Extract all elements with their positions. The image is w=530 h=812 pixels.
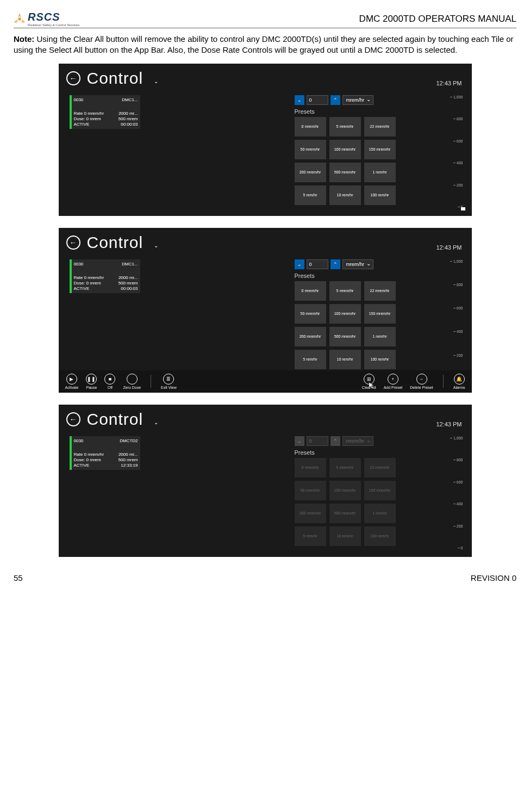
preset-button: 22 mrem/hr xyxy=(364,458,396,478)
preset-button[interactable]: 200 mrem/hr xyxy=(295,163,326,182)
note-text: Using the Clear All button will remove t… xyxy=(14,34,514,54)
preset-button[interactable]: 0 mrem/hr xyxy=(295,281,326,301)
app-bar: ▶Activate ❚❚Pause ■Off Zero Dose ≣Exit V… xyxy=(59,370,472,393)
page-title: Control xyxy=(87,233,144,252)
step-up-button[interactable]: ⌃ xyxy=(331,259,340,269)
back-button[interactable]: ← xyxy=(66,235,80,250)
dose-rate-controls-disabled: ⌄ 0 ⌃ mrem/hr Presets 0 mrem/hr 5 mrem/h… xyxy=(295,436,436,550)
note-paragraph: Note: Using the Clear All button will re… xyxy=(14,34,516,56)
unit-select[interactable]: mrem/hr xyxy=(342,259,374,269)
preset-grid: 0 mrem/hr 5 mrem/hr 22 mrem/hr 50 mrem/h… xyxy=(295,458,436,546)
page-title: Control xyxy=(87,410,144,429)
document-footer: 55 REVISION 0 xyxy=(14,573,516,582)
unit-select[interactable]: mrem/hr xyxy=(342,95,374,105)
device-tile[interactable]: 0030DMCTD2 Rate 0 mrem/hr2000 mr... Dose… xyxy=(70,436,140,470)
rate-value: 0 xyxy=(307,436,328,446)
preset-button[interactable]: 1 rem/hr xyxy=(364,163,396,182)
preset-button: 5 mrem/hr xyxy=(329,458,361,478)
preset-button[interactable]: 100 mrem/hr xyxy=(329,304,361,324)
preset-button[interactable]: 5 mrem/hr xyxy=(329,281,361,301)
preset-button[interactable]: 5 mrem/hr xyxy=(329,117,361,137)
preset-button[interactable]: 200 mrem/hr xyxy=(295,327,326,346)
clear-all-button[interactable]: ⊞Clear All xyxy=(362,374,376,389)
preset-button[interactable]: 500 mrem/hr xyxy=(329,163,361,182)
chevron-down-icon[interactable]: ⌄ xyxy=(154,419,158,425)
dose-rate-controls: ⌄ 0 ⌃ mrem/hr Presets 0 mrem/hr 5 mrem/h… xyxy=(295,259,436,369)
rate-value[interactable]: 0 xyxy=(307,259,328,269)
logo-subtitle: Radiation Safety & Control Services xyxy=(28,23,79,27)
revision: REVISION 0 xyxy=(471,573,516,582)
preset-button[interactable]: 10 rem/hr xyxy=(329,350,361,369)
preset-button[interactable]: 1 rem/hr xyxy=(364,327,396,346)
preset-button: 100 rem/hr xyxy=(364,526,396,546)
step-down-button[interactable]: ⌄ xyxy=(295,95,304,105)
device-tile[interactable]: 0030DMC1... Rate 0 mrem/hr2000 mr... Dos… xyxy=(70,95,140,129)
preset-button[interactable]: 0 mrem/hr xyxy=(295,117,326,137)
preset-button[interactable]: 22 mrem/hr xyxy=(364,117,396,137)
logo: RSCS Radiation Safety & Control Services xyxy=(14,11,79,27)
chevron-down-icon[interactable]: ⌄ xyxy=(154,78,158,84)
rate-scale: 1,000 800 600 400 200 xyxy=(447,259,469,369)
preset-button[interactable]: 50 mrem/hr xyxy=(295,140,326,159)
page-title: Control xyxy=(87,69,144,88)
manual-title: DMC 2000TD OPERATORS MANUAL xyxy=(359,14,516,24)
preset-button[interactable]: 500 mrem/hr xyxy=(329,327,361,346)
screenshot-3: ← Control ⌄ 12:43 PM 0030DMCTD2 Rate 0 m… xyxy=(59,405,472,557)
unit-select: mrem/hr xyxy=(342,436,374,446)
alarms-button[interactable]: 🔔Alarms xyxy=(453,374,465,389)
exit-view-button[interactable]: ≣Exit View xyxy=(161,374,177,389)
preset-button[interactable]: 100 rem/hr xyxy=(364,350,396,369)
chevron-down-icon[interactable]: ⌄ xyxy=(154,243,158,249)
preset-button: 100 mrem/hr xyxy=(329,481,361,500)
presets-label: Presets xyxy=(295,449,436,456)
svg-point-0 xyxy=(18,17,21,21)
preset-button[interactable]: 50 mrem/hr xyxy=(295,304,326,324)
preset-button[interactable]: 5 rem/hr xyxy=(295,350,326,369)
preset-button: 50 mrem/hr xyxy=(295,481,326,500)
rate-value[interactable]: 0 xyxy=(307,95,328,105)
preset-button: 150 mrem/hr xyxy=(364,481,396,500)
device-tile[interactable]: 0030DMC1... Rate 0 mrem/hr2000 mr... Dos… xyxy=(70,259,140,293)
zero-dose-button[interactable]: Zero Dose xyxy=(123,374,141,389)
back-button[interactable]: ← xyxy=(66,71,80,85)
logo-text: RSCS xyxy=(28,11,79,23)
add-preset-button[interactable]: +Add Preset xyxy=(384,374,403,389)
preset-button: 10 rem/hr xyxy=(329,526,361,546)
preset-button[interactable]: 150 mrem/hr xyxy=(364,304,396,324)
screenshot-2: ← Control ⌄ 12:43 PM 0030DMC1... Rate 0 … xyxy=(59,228,472,393)
preset-button: 500 mrem/hr xyxy=(329,504,361,523)
preset-button[interactable]: 5 rem/hr xyxy=(295,185,326,205)
back-button[interactable]: ← xyxy=(66,412,80,426)
step-up-button: ⌃ xyxy=(331,436,340,446)
preset-button[interactable]: 100 mrem/hr xyxy=(329,140,361,159)
preset-button: 0 mrem/hr xyxy=(295,458,326,478)
preset-button[interactable]: 100 rem/hr xyxy=(364,185,396,205)
delete-preset-button[interactable]: −Delete Preset xyxy=(410,374,433,389)
separator xyxy=(443,375,444,388)
preset-button: 1 rem/hr xyxy=(364,504,396,523)
pause-button[interactable]: ❚❚Pause xyxy=(86,374,97,389)
logo-icon xyxy=(14,13,26,25)
step-down-button[interactable]: ⌄ xyxy=(295,259,304,269)
preset-button: 5 rem/hr xyxy=(295,526,326,546)
document-header: RSCS Radiation Safety & Control Services… xyxy=(14,11,516,28)
presets-label: Presets xyxy=(295,272,436,279)
preset-grid: 0 mrem/hr 5 mrem/hr 22 mrem/hr 50 mrem/h… xyxy=(295,281,436,369)
rate-scale: 1,000 800 600 400 200 0 xyxy=(447,95,469,209)
step-down-button: ⌄ xyxy=(295,436,304,446)
activate-button[interactable]: ▶Activate xyxy=(65,374,79,389)
screenshot-1: ← Control ⌄ 12:43 PM 0030DMC1... Rate 0 … xyxy=(59,64,472,216)
page-number: 55 xyxy=(14,573,23,582)
clock: 12:43 PM xyxy=(436,421,462,427)
preset-button[interactable]: 22 mrem/hr xyxy=(364,281,396,301)
scale-marker[interactable] xyxy=(461,207,465,210)
off-button[interactable]: ■Off xyxy=(104,374,115,389)
preset-grid: 0 mrem/hr 5 mrem/hr 22 mrem/hr 50 mrem/h… xyxy=(295,117,436,205)
preset-button[interactable]: 150 mrem/hr xyxy=(364,140,396,159)
clock: 12:43 PM xyxy=(436,244,462,251)
separator xyxy=(151,375,151,388)
preset-button[interactable]: 10 rem/hr xyxy=(329,185,361,205)
clock: 12:43 PM xyxy=(436,80,462,86)
presets-label: Presets xyxy=(295,108,436,115)
step-up-button[interactable]: ⌃ xyxy=(331,95,340,105)
